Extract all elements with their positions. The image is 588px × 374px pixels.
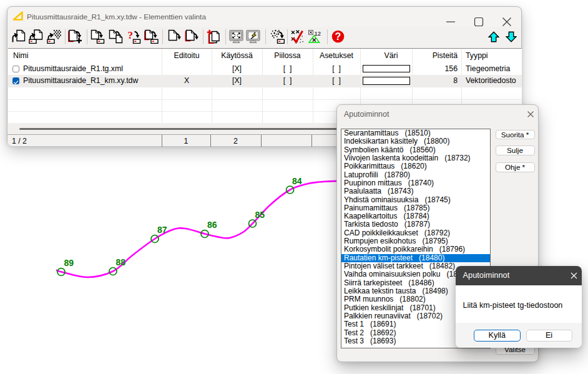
svg-text:84: 84 xyxy=(292,176,302,186)
svg-text:12: 12 xyxy=(314,30,321,37)
svg-text:?: ? xyxy=(335,31,341,42)
svg-text:86: 86 xyxy=(207,220,217,230)
svg-text:85: 85 xyxy=(255,210,265,220)
svg-text:88: 88 xyxy=(116,257,126,267)
svg-text:?: ? xyxy=(127,29,133,41)
svg-text:89: 89 xyxy=(64,258,74,268)
svg-text:87: 87 xyxy=(157,225,167,235)
